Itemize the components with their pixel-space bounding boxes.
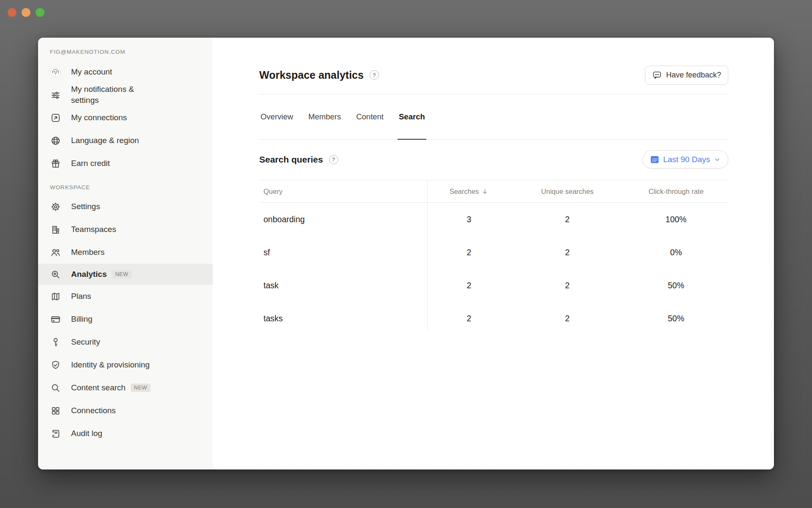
close-window-button[interactable] (8, 8, 16, 17)
searches-cell: 2 (427, 248, 511, 257)
sort-desc-icon (481, 188, 488, 195)
sidebar-item-members[interactable]: Members (38, 241, 213, 264)
sidebar-item-plans[interactable]: Plans (38, 285, 213, 308)
sidebar-item-my-account[interactable]: My account (38, 61, 213, 83)
settings-sidebar: FIG@MAKENOTION.COM My account My notific… (38, 38, 213, 469)
key-icon (50, 337, 61, 348)
analytics-content: Workspace analytics ? Have feedback? Ove… (213, 38, 774, 469)
sliders-icon (50, 89, 61, 100)
column-header-click-through-rate[interactable]: Click-through rate (624, 188, 728, 196)
gift-icon (50, 158, 61, 169)
sidebar-item-identity-provisioning[interactable]: Identity & provisioning (38, 353, 213, 376)
sidebar-item-label: Teamspaces (71, 224, 116, 235)
minimize-window-button[interactable] (22, 8, 30, 17)
table-row[interactable]: onboarding 3 2 100% (259, 203, 728, 236)
help-icon[interactable]: ? (370, 70, 379, 80)
sidebar-item-earn-credit[interactable]: Earn credit (38, 152, 213, 175)
page-title: Workspace analytics (259, 67, 364, 83)
avatar (50, 66, 61, 77)
sidebar-item-label: Members (71, 247, 104, 258)
column-header-label: Searches (450, 188, 479, 196)
feedback-label: Have feedback? (666, 71, 721, 80)
sidebar-item-label: Analytics (71, 269, 107, 280)
query-cell: onboarding (259, 215, 427, 224)
sidebar-item-label: Earn credit (71, 158, 110, 169)
column-header-searches[interactable]: Searches (427, 188, 511, 196)
grid-icon (50, 405, 61, 416)
unique-searches-cell: 2 (511, 215, 624, 224)
date-range-filter-button[interactable]: Last 90 Days (642, 150, 728, 168)
sidebar-item-connections[interactable]: Connections (38, 399, 213, 422)
arrow-out-icon (50, 112, 61, 123)
date-range-label: Last 90 Days (663, 155, 710, 164)
sidebar-item-analytics[interactable]: Analytics NEW (38, 264, 213, 285)
scroll-icon (50, 428, 61, 439)
sidebar-item-notifications-settings[interactable]: My notifications & settings (38, 83, 213, 106)
sidebar-section-gap: WORKSPACE (38, 175, 213, 195)
query-cell: sf (259, 248, 427, 257)
account-email-heading: FIG@MAKENOTION.COM (50, 48, 213, 56)
sidebar-item-content-search[interactable]: Content search NEW (38, 376, 213, 399)
search-queries-section-header: Search queries ? Last 90 Days (259, 150, 728, 168)
have-feedback-button[interactable]: Have feedback? (645, 66, 728, 85)
table-row[interactable]: tasks 2 2 50% (259, 302, 728, 335)
calendar-icon (650, 155, 659, 164)
ctr-cell: 50% (624, 314, 728, 323)
sidebar-item-language-region[interactable]: Language & region (38, 129, 213, 152)
sidebar-item-label: Billing (71, 314, 93, 325)
search-icon (50, 382, 61, 393)
sidebar-item-label: Settings (71, 201, 100, 212)
sidebar-item-label: Plans (71, 291, 91, 302)
zoom-window-button[interactable] (36, 8, 44, 17)
table-row[interactable]: task 2 2 50% (259, 269, 728, 302)
searches-cell: 2 (427, 281, 511, 290)
settings-modal: FIG@MAKENOTION.COM My account My notific… (38, 38, 774, 469)
query-cell: task (259, 281, 427, 290)
sidebar-item-label: My account (71, 66, 112, 77)
shield-check-icon (50, 359, 61, 370)
unique-searches-cell: 2 (511, 248, 624, 257)
tab-content[interactable]: Content (355, 94, 385, 140)
sidebar-item-label: Identity & provisioning (71, 359, 150, 370)
ctr-cell: 50% (624, 281, 728, 290)
tab-overview[interactable]: Overview (259, 94, 294, 140)
feedback-bubble-icon (652, 70, 662, 80)
column-header-query[interactable]: Query (259, 188, 427, 196)
sidebar-item-security[interactable]: Security (38, 331, 213, 353)
sidebar-item-label: Language & region (71, 135, 139, 146)
sidebar-item-label: Security (71, 337, 100, 348)
ctr-cell: 100% (624, 215, 728, 224)
map-icon (50, 291, 61, 302)
new-badge: NEW (131, 384, 151, 392)
sidebar-item-teamspaces[interactable]: Teamspaces (38, 218, 213, 241)
analytics-tabs: Overview Members Content Search (259, 94, 728, 140)
chevron-down-icon (714, 156, 721, 163)
sidebar-item-label: Content search (71, 382, 126, 393)
table-header-row: Query Searches Unique searches Click-thr… (259, 180, 728, 203)
searches-cell: 3 (427, 215, 511, 224)
ctr-cell: 0% (624, 248, 728, 257)
analytics-magnifier-icon (50, 269, 61, 280)
building-icon (50, 224, 61, 235)
column-header-unique-searches[interactable]: Unique searches (511, 188, 624, 196)
people-icon (50, 247, 61, 258)
searches-cell: 2 (427, 314, 511, 323)
query-cell: tasks (259, 314, 427, 323)
sidebar-item-label: My connections (71, 112, 127, 123)
globe-icon (50, 135, 61, 146)
table-column-divider (427, 180, 428, 330)
table-row[interactable]: sf 2 2 0% (259, 236, 728, 269)
search-queries-table: Query Searches Unique searches Click-thr… (259, 180, 728, 335)
window-controls (8, 8, 44, 17)
tab-members[interactable]: Members (307, 94, 342, 140)
tab-search[interactable]: Search (398, 94, 426, 140)
sidebar-item-audit-log[interactable]: Audit log (38, 422, 213, 445)
unique-searches-cell: 2 (511, 314, 624, 323)
help-icon[interactable]: ? (329, 155, 338, 164)
sidebar-item-label: My notifications & settings (71, 84, 151, 106)
gear-icon (50, 201, 61, 212)
workspace-section-heading: WORKSPACE (50, 183, 90, 192)
sidebar-item-billing[interactable]: Billing (38, 308, 213, 331)
sidebar-item-settings[interactable]: Settings (38, 195, 213, 218)
sidebar-item-my-connections[interactable]: My connections (38, 106, 213, 129)
